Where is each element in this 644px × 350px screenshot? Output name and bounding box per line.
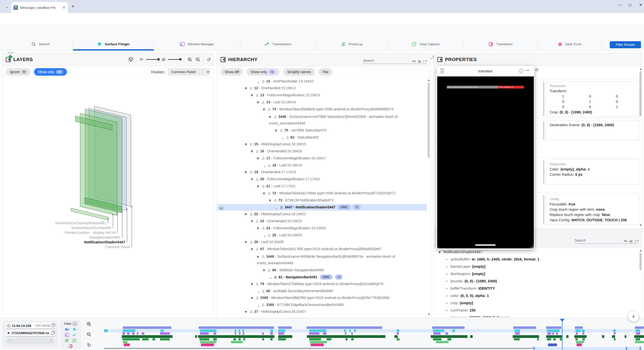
show-rect-icon[interactable]: Д — [250, 142, 252, 146]
show-rect-icon[interactable]: Д — [256, 247, 258, 251]
3d-view-icon[interactable] — [128, 57, 134, 62]
trace-segment[interactable] — [309, 338, 321, 340]
tree-row[interactable]: ▼Д3368 - WindowToken{f6b2f60 type=2024 a… — [217, 294, 427, 301]
show-rect-icon[interactable]: Д — [268, 191, 270, 195]
trace-segment[interactable] — [213, 338, 217, 340]
tree-row[interactable]: ▼Д22 - HideDisplayCutout:18:23#22 — [217, 211, 427, 218]
tree-row[interactable]: ▼Д74 - WindowToken{fdddbe6 type=2000 and… — [217, 106, 427, 113]
tree-row[interactable]: ▼Д79 - WindowToken{7046b4a type=2024 and… — [217, 281, 427, 288]
trace-segment[interactable] — [553, 338, 556, 340]
expand-caret-icon[interactable]: ▼ — [269, 197, 274, 204]
transactions-icon[interactable] — [72, 333, 76, 337]
layer-label[interactable]: NavigationBar0#81 — [90, 235, 120, 239]
tree-row[interactable]: ▼Д3449 - Surface(name=885b63e Navigation… — [217, 253, 427, 267]
trace-segment[interactable] — [310, 341, 327, 343]
trace-segment[interactable] — [152, 338, 155, 340]
expand-caret-icon[interactable]: ▼ — [245, 239, 250, 246]
expand-caret-icon[interactable]: ▼ — [257, 155, 262, 162]
ns-time-field[interactable]: ⚑ 1715339054227572545 ns — [6, 330, 55, 336]
minimize-overlay-icon[interactable]: — — [526, 68, 530, 72]
trace-segment[interactable] — [635, 338, 640, 340]
trace-segment[interactable] — [132, 332, 135, 335]
trace-segment[interactable] — [636, 332, 640, 335]
trace-segment[interactable] — [635, 341, 644, 343]
trace-segment[interactable] — [323, 332, 327, 335]
tree-row[interactable]: ▼Д23 - OneHanded:18:23#23 — [217, 218, 427, 225]
copy-icon[interactable] — [51, 324, 54, 327]
trace-segment[interactable] — [575, 326, 583, 329]
timeline-tracks[interactable] — [104, 319, 644, 350]
trace-segment[interactable] — [231, 341, 243, 343]
zoom-in-icon[interactable] — [187, 57, 192, 62]
trace-segment[interactable] — [195, 335, 197, 338]
trace-segment[interactable] — [238, 329, 240, 332]
tree-row[interactable]: ▼Д68 - 885b63e NavigationBar0#68 — [217, 267, 427, 274]
expand-caret-icon[interactable]: ▼ — [257, 225, 262, 232]
trace-segment[interactable] — [537, 338, 539, 340]
scroll-up-icon[interactable]: ▲ — [428, 79, 430, 81]
property-row[interactable]: barrierLayer: [empty] — [434, 263, 639, 270]
browser-tab[interactable]: Winscope | sandbox-FAI ✕ — [11, 2, 68, 13]
trace-segment[interactable] — [200, 329, 216, 332]
show-rect-icon[interactable]: Д — [274, 198, 276, 202]
tab-jank-cujs[interactable]: Jank CUJs — [538, 38, 602, 51]
trace-segment[interactable] — [201, 343, 214, 346]
show-rect-icon[interactable]: Д — [256, 219, 258, 223]
window-manager-icon[interactable] — [65, 333, 69, 337]
trace-segment[interactable] — [307, 335, 385, 338]
show-rect-icon[interactable]: Д — [286, 136, 289, 139]
trace-segment[interactable] — [547, 332, 551, 335]
trace-segment[interactable] — [199, 338, 209, 340]
match-word-icon[interactable]: ab — [418, 60, 421, 63]
tab-close-icon[interactable]: ✕ — [62, 6, 65, 10]
trace-segment[interactable] — [344, 329, 346, 332]
overlay-titlebar[interactable]: transition i — — [437, 66, 534, 76]
collapse-panel-icon[interactable] — [221, 57, 226, 62]
show-rect-icon[interactable]: Д — [262, 184, 264, 188]
zoom-out-icon[interactable] — [195, 57, 200, 62]
tab-protolog[interactable]: ProtoLog — [316, 38, 388, 51]
rotation-slider[interactable] — [146, 59, 159, 60]
trace-segment[interactable] — [602, 335, 605, 338]
trace-segment[interactable] — [278, 326, 292, 329]
surface-flinger-icon[interactable] — [72, 328, 76, 331]
expand-caret-icon[interactable]: ▼ — [251, 148, 256, 155]
tree-row[interactable]: ▼Д12 - OneHanded:15:15#12 — [217, 85, 427, 92]
expand-caret-icon[interactable]: ▼ — [245, 141, 250, 148]
show-only-button[interactable]: Show onlyV — [247, 68, 279, 76]
match-case-icon[interactable]: Aa — [412, 60, 416, 63]
trace-segment[interactable] — [160, 338, 170, 340]
show-rect-icon[interactable]: Д — [256, 149, 258, 153]
trace-segment[interactable] — [575, 338, 578, 340]
scroll-up-icon[interactable]: ▲ — [640, 249, 641, 252]
trace-segment[interactable] — [433, 332, 440, 335]
trace-segment[interactable] — [433, 329, 444, 332]
tree-row[interactable]: ▼Д73 - 8736138 NotificationShade#73 — [217, 197, 427, 204]
trace-segment[interactable] — [354, 329, 356, 332]
expand-caret-icon[interactable]: ▼ — [257, 99, 262, 106]
trace-segment[interactable] — [233, 338, 236, 340]
show-rect-icon[interactable]: Д — [268, 107, 270, 111]
tree-row[interactable]: ▼Д15 - HideDisplayCutout:16:16#15 — [217, 141, 427, 148]
trace-segment[interactable] — [351, 338, 354, 340]
trace-segment[interactable] — [548, 343, 557, 346]
show-rect-icon[interactable]: Д — [268, 163, 270, 167]
tree-row[interactable]: ▼Д27 - HideDisplayCutout:26:31#27 — [217, 308, 427, 315]
tree-row[interactable]: ▼Д72 - WindowToken{a2746de type=2040 and… — [217, 190, 427, 197]
tree-row[interactable]: ▼Д67 - WindowToken{e5176f9 type=2019 and… — [217, 246, 427, 253]
trace-segment[interactable] — [123, 341, 128, 343]
trace-segment[interactable] — [270, 329, 273, 332]
range-handle-right[interactable] — [639, 346, 641, 350]
expand-caret-icon[interactable]: ▼ — [257, 183, 262, 190]
show-rect-icon[interactable]: Д — [262, 100, 264, 104]
show-rect-icon[interactable]: Д — [256, 177, 258, 181]
show-rect-icon[interactable]: Д — [262, 255, 264, 258]
trace-segment[interactable] — [547, 329, 560, 332]
trace-segment[interactable] — [278, 332, 284, 335]
show-rect-icon[interactable]: Д — [262, 226, 264, 230]
tab-surface-flinger[interactable]: Surface Flinger — [73, 38, 154, 51]
tree-row[interactable]: ▼Д26 - Leaf:24:25#26 — [217, 239, 427, 246]
show-rect-icon[interactable]: Д — [250, 212, 252, 216]
trace-segment[interactable] — [345, 332, 346, 335]
trace-segment[interactable] — [235, 329, 237, 332]
